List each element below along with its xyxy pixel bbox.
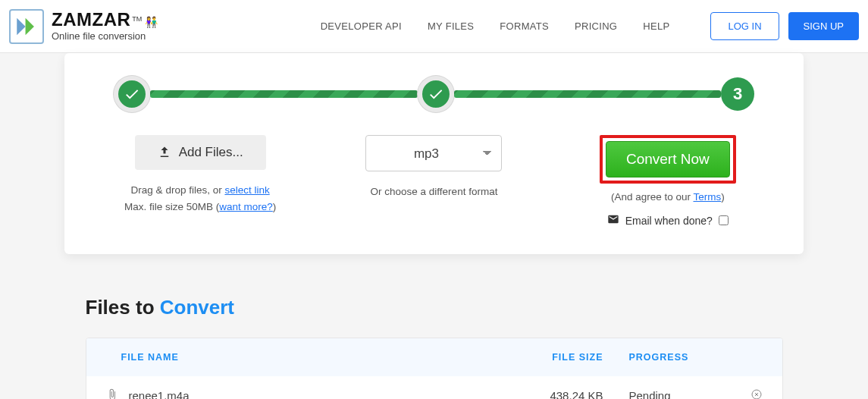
signup-button[interactable]: SIGN UP <box>788 12 859 40</box>
table-row: renee1.m4a 438.24 KB Pending <box>86 376 782 399</box>
max-size-suffix: ) <box>273 201 277 212</box>
nav-formats[interactable]: FORMATS <box>500 20 549 32</box>
brand-tagline: Online file conversion <box>52 30 158 42</box>
terms-link[interactable]: Terms <box>693 191 721 203</box>
files-to-convert-section: Files to Convert FILE NAME FILE SIZE PRO… <box>86 296 783 399</box>
want-more-link[interactable]: want more? <box>219 201 273 212</box>
step-3-col: Convert Now (And agree to our Terms) Ema… <box>559 135 777 228</box>
nav-pricing[interactable]: PRICING <box>575 20 617 32</box>
step-connector <box>150 90 418 98</box>
upload-icon <box>158 146 171 159</box>
table-header: FILE NAME FILE SIZE PROGRESS <box>86 338 782 376</box>
max-size-prefix: Max. file size 50MB ( <box>124 201 219 212</box>
logo-icon <box>9 9 44 44</box>
format-caption: Or choose a different format <box>324 184 543 200</box>
convert-highlight: Convert Now <box>600 135 736 184</box>
attachment-icon <box>106 388 118 399</box>
add-files-label: Add Files... <box>179 145 243 160</box>
logo[interactable]: ZAMZARTM👫 Online file conversion <box>9 9 158 44</box>
check-icon <box>124 86 140 102</box>
files-table: FILE NAME FILE SIZE PROGRESS renee1.m4a … <box>86 338 783 399</box>
select-link[interactable]: select link <box>224 184 269 196</box>
col-file-name: FILE NAME <box>106 352 497 363</box>
email-when-done-label: Email when done? <box>625 215 713 227</box>
converter-card: 3 Add Files... Drag & drop files, or sel… <box>64 53 804 254</box>
col-progress: PROGRESS <box>603 352 763 363</box>
step-1-done <box>114 76 150 112</box>
nav-help[interactable]: HELP <box>643 20 669 32</box>
people-icon: 👫 <box>145 16 158 28</box>
drag-drop-text: Drag & drop files, or <box>131 184 225 196</box>
main-nav: DEVELOPER API MY FILES FORMATS PRICING H… <box>321 12 859 40</box>
topbar: ZAMZARTM👫 Online file conversion DEVELOP… <box>0 0 868 53</box>
step-2-done <box>418 76 454 112</box>
format-select[interactable]: mp3 <box>365 135 502 171</box>
convert-now-button[interactable]: Convert Now <box>606 141 730 178</box>
file-name: renee1.m4a <box>129 389 190 399</box>
step-progress: 3 <box>91 76 777 112</box>
remove-file-button[interactable] <box>740 388 763 399</box>
nav-my-files[interactable]: MY FILES <box>428 20 474 32</box>
file-progress: Pending <box>603 389 740 399</box>
login-button[interactable]: LOG IN <box>710 12 779 40</box>
close-icon <box>750 388 763 399</box>
mail-icon <box>607 213 619 228</box>
add-files-button[interactable]: Add Files... <box>135 135 266 170</box>
file-size: 438.24 KB <box>497 389 603 399</box>
step-connector <box>454 90 722 98</box>
email-when-done-checkbox[interactable] <box>719 215 729 225</box>
step-3-current: 3 <box>721 77 754 111</box>
agree-prefix: (And agree to our <box>611 191 694 203</box>
brand-name: ZAMZAR <box>52 9 130 30</box>
step-1-col: Add Files... Drag & drop files, or selec… <box>91 135 309 228</box>
nav-developer-api[interactable]: DEVELOPER API <box>321 20 402 32</box>
col-file-size: FILE SIZE <box>497 352 603 363</box>
check-icon <box>428 86 444 102</box>
step-2-col: mp3 Or choose a different format <box>324 135 543 228</box>
agree-suffix: ) <box>721 191 725 203</box>
section-title: Files to Convert <box>86 296 783 319</box>
